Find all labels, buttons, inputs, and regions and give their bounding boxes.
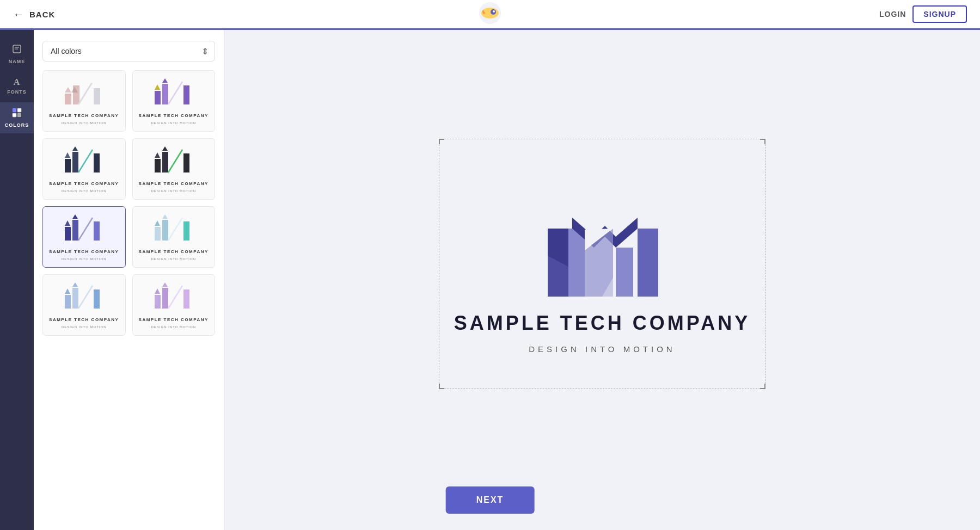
svg-rect-69 <box>638 229 658 297</box>
svg-rect-41 <box>155 227 161 241</box>
svg-line-22 <box>168 82 182 104</box>
logo-card-1-tagline: DESIGN INTO MOTION <box>62 121 107 125</box>
svg-line-52 <box>78 286 93 309</box>
svg-marker-56 <box>155 288 160 294</box>
logo-card-3-name: SAMPLE TECH COMPANY <box>49 181 119 186</box>
preview-tagline: DESIGN INTO MOTION <box>529 344 675 354</box>
logo-card-2[interactable]: SAMPLE TECH COMPANY DESIGN INTO MOTION <box>132 70 216 132</box>
signup-button[interactable]: SIGNUP <box>912 5 967 23</box>
svg-rect-25 <box>94 153 100 172</box>
logo-card-7-tagline: DESIGN INTO MOTION <box>62 325 107 329</box>
svg-rect-19 <box>183 85 189 104</box>
svg-rect-9 <box>13 113 16 117</box>
svg-marker-33 <box>162 146 168 151</box>
svg-rect-18 <box>162 84 168 104</box>
logo-grid: SAMPLE TECH COMPANY DESIGN INTO MOTION S… <box>42 70 215 336</box>
svg-marker-26 <box>65 152 70 158</box>
logo-card-6[interactable]: SAMPLE TECH COMPANY DESIGN INTO MOTION <box>132 206 216 268</box>
color-filter-wrap: All colors Monochrome Colorful Pastel Da… <box>42 41 215 61</box>
sidebar-item-colors[interactable]: COLORS <box>0 102 34 133</box>
logo-card-5-name: SAMPLE TECH COMPANY <box>49 249 119 254</box>
logo-card-8-name: SAMPLE TECH COMPANY <box>139 317 209 322</box>
preview-logo: SAMPLE TECH COMPANY DESIGN INTO MOTION <box>454 207 750 354</box>
logo-card-1[interactable]: SAMPLE TECH COMPANY DESIGN INTO MOTION <box>42 70 126 132</box>
svg-marker-27 <box>72 146 78 151</box>
topbar-logo <box>478 1 502 27</box>
svg-rect-55 <box>183 289 189 309</box>
svg-rect-42 <box>162 220 168 241</box>
logo-card-8[interactable]: SAMPLE TECH COMPANY DESIGN INTO MOTION <box>132 274 216 336</box>
svg-marker-20 <box>155 84 160 90</box>
svg-marker-38 <box>65 220 70 226</box>
svg-rect-13 <box>94 88 100 104</box>
svg-line-28 <box>78 150 93 172</box>
fonts-icon: A <box>14 77 21 87</box>
svg-marker-50 <box>65 288 70 294</box>
svg-rect-35 <box>65 227 71 241</box>
logo-card-1-name: SAMPLE TECH COMPANY <box>49 113 119 118</box>
sidebar-name-label: NAME <box>9 59 26 64</box>
svg-rect-17 <box>155 91 161 104</box>
mini-logo-svg-7 <box>62 281 106 314</box>
logo-card-5-tagline: DESIGN INTO MOTION <box>62 257 107 261</box>
svg-line-34 <box>168 150 182 172</box>
logo-card-5[interactable]: SAMPLE TECH COMPANY DESIGN INTO MOTION <box>42 206 126 268</box>
back-arrow-icon[interactable]: ← <box>13 8 24 21</box>
topbar: ← BACK LOGIN SIGNUP <box>0 0 980 30</box>
topbar-left: ← BACK <box>13 8 55 21</box>
svg-point-3 <box>493 10 495 13</box>
svg-rect-30 <box>162 152 168 172</box>
logo-card-4[interactable]: SAMPLE TECH COMPANY DESIGN INTO MOTION <box>132 138 216 200</box>
login-button[interactable]: LOGIN <box>879 10 906 19</box>
svg-line-16 <box>78 83 92 104</box>
svg-line-46 <box>168 218 182 241</box>
back-button[interactable]: BACK <box>29 10 55 19</box>
svg-marker-21 <box>162 78 168 83</box>
svg-rect-48 <box>72 288 78 309</box>
preview-canvas: SAMPLE TECH COMPANY DESIGN INTO MOTION <box>428 128 776 433</box>
guide-corner-tl <box>439 139 444 144</box>
svg-rect-24 <box>72 152 78 172</box>
svg-marker-44 <box>155 220 160 226</box>
svg-rect-43 <box>183 221 189 241</box>
color-filter-select[interactable]: All colors Monochrome Colorful Pastel Da… <box>42 41 215 61</box>
svg-rect-8 <box>17 108 21 112</box>
sidebar-item-name[interactable]: NAME <box>0 39 34 70</box>
svg-rect-11 <box>65 94 71 104</box>
guide-corner-br <box>760 384 765 389</box>
logo-card-4-tagline: DESIGN INTO MOTION <box>151 189 196 193</box>
topbar-right: LOGIN SIGNUP <box>879 5 967 23</box>
logo-card-3[interactable]: SAMPLE TECH COMPANY DESIGN INTO MOTION <box>42 138 126 200</box>
svg-rect-37 <box>94 221 100 241</box>
logo-card-6-name: SAMPLE TECH COMPANY <box>139 249 209 254</box>
mini-logo-svg-8 <box>152 281 195 314</box>
logo-card-6-tagline: DESIGN INTO MOTION <box>151 257 196 261</box>
logo-card-7[interactable]: SAMPLE TECH COMPANY DESIGN INTO MOTION <box>42 274 126 336</box>
sidebar: NAME A FONTS COLORS <box>0 30 34 530</box>
main-preview: SAMPLE TECH COMPANY DESIGN INTO MOTION <box>224 30 980 530</box>
guide-corner-tr <box>760 139 765 144</box>
sidebar-item-fonts[interactable]: A FONTS <box>0 72 34 100</box>
sidebar-fonts-label: FONTS <box>7 89 27 95</box>
svg-marker-51 <box>72 282 78 287</box>
mini-logo-svg-6 <box>152 213 195 246</box>
svg-line-58 <box>168 286 182 309</box>
left-panel: All colors Monochrome Colorful Pastel Da… <box>34 30 224 530</box>
svg-rect-47 <box>65 295 71 309</box>
logo-card-4-name: SAMPLE TECH COMPANY <box>139 181 209 186</box>
svg-line-40 <box>78 218 93 241</box>
svg-rect-53 <box>155 295 161 309</box>
next-button[interactable]: NEXT <box>446 486 535 514</box>
mini-logo-svg-3 <box>62 145 106 178</box>
preview-company-name: SAMPLE TECH COMPANY <box>454 312 750 335</box>
logo-card-7-name: SAMPLE TECH COMPANY <box>49 317 119 322</box>
svg-rect-36 <box>72 220 78 241</box>
svg-marker-14 <box>65 87 71 93</box>
mini-logo-svg-1 <box>62 77 106 110</box>
svg-marker-57 <box>162 282 168 287</box>
mini-logo-svg-5 <box>62 213 106 246</box>
logo-card-3-tagline: DESIGN INTO MOTION <box>62 189 107 193</box>
guide-corner-bl <box>439 384 444 389</box>
logo-card-8-tagline: DESIGN INTO MOTION <box>151 325 196 329</box>
preview-logo-svg <box>542 207 662 302</box>
